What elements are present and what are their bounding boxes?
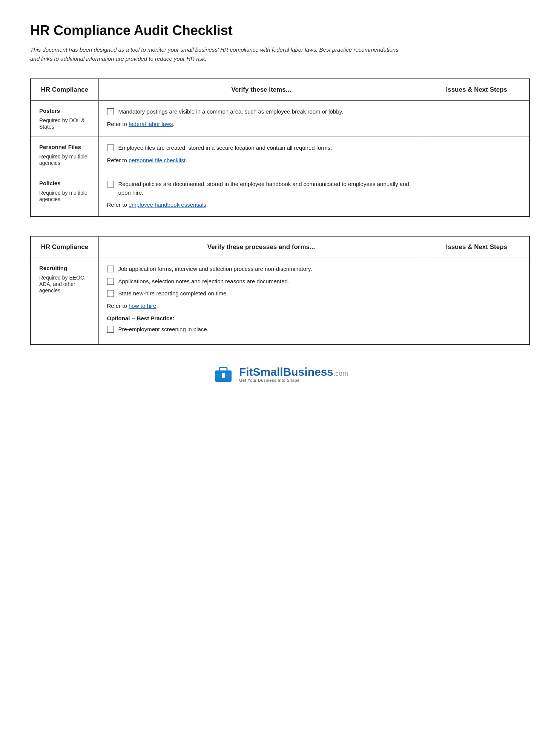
- refer-link-t2-0[interactable]: how to hire: [129, 303, 156, 309]
- table-2-header-row: HR Compliance Verify these processes and…: [31, 236, 529, 258]
- optional-text-t2-0-0: Pre-employment screening in place.: [118, 325, 209, 334]
- verify-text-0-0: Mandatory postings are visible in a comm…: [118, 108, 344, 116]
- table-2-row-0: RecruitingRequired by EEOC, ADA, and oth…: [31, 258, 529, 345]
- svg-rect-1: [219, 367, 227, 371]
- refer-link-2[interactable]: employee handbook essentials: [129, 201, 206, 208]
- page-title: HR Compliance Audit Checklist: [30, 23, 530, 38]
- verify-item-0-0: Mandatory postings are visible in a comm…: [107, 108, 416, 116]
- optional-label-t2-0: Optional -- Best Practice:: [107, 315, 416, 321]
- verify-cell-t2-0: Job application forms, interview and sel…: [98, 258, 424, 345]
- refer-text-t2-0: Refer to how to hire.: [107, 303, 416, 309]
- optional-item-t2-0-0: Pre-employment screening in place.: [107, 325, 416, 334]
- checkbox-0-0[interactable]: [107, 108, 114, 115]
- checkbox-t2-0-2[interactable]: [107, 290, 114, 297]
- refer-text-1: Refer to personnel file checklist.: [107, 157, 416, 163]
- compliance-title-1: Personnel Files: [39, 144, 90, 150]
- checkbox-t2-0-1[interactable]: [107, 278, 114, 285]
- compliance-cell-2: PoliciesRequired by multiple agencies: [31, 173, 98, 217]
- logo-text-wrapper: FitSmallBusiness.com Get Your Business I…: [239, 366, 348, 383]
- logo-tagline: Get Your Business Into Shape: [239, 378, 348, 383]
- intro-text: This document has been designed as a too…: [30, 45, 407, 63]
- table-2-col1-header: HR Compliance: [31, 236, 98, 258]
- verify-cell-1: Employee files are created, stored in a …: [98, 137, 424, 173]
- table-1-col3-header: Issues & Next Steps: [424, 79, 529, 101]
- checkbox-1-0[interactable]: [107, 144, 114, 151]
- verify-item-t2-0-1: Applications, selection notes and reject…: [107, 277, 416, 286]
- compliance-cell-0: PostersRequired by DOL & States: [31, 101, 98, 137]
- compliance-title-0: Posters: [39, 108, 90, 114]
- compliance-title-t2-0: Recruiting: [39, 265, 90, 271]
- issues-cell-1: [424, 137, 529, 173]
- compliance-sub-0: Required by DOL & States: [39, 117, 85, 130]
- verify-cell-0: Mandatory postings are visible in a comm…: [98, 101, 424, 137]
- verify-text-t2-0-0: Job application forms, interview and sel…: [118, 265, 312, 274]
- verify-item-2-0: Required policies are documented, stored…: [107, 180, 416, 197]
- verify-text-t2-0-1: Applications, selection notes and reject…: [118, 277, 290, 286]
- compliance-sub-2: Required by multiple agencies: [39, 190, 87, 202]
- table-2: HR Compliance Verify these processes and…: [30, 236, 530, 345]
- compliance-title-2: Policies: [39, 180, 90, 186]
- table-1-row-2: PoliciesRequired by multiple agenciesReq…: [31, 173, 529, 217]
- optional-checkbox-t2-0-0[interactable]: [107, 326, 114, 333]
- verify-item-t2-0-0: Job application forms, interview and sel…: [107, 265, 416, 274]
- footer-logo: FitSmallBusiness.com Get Your Business I…: [212, 364, 348, 384]
- refer-link-0[interactable]: federal labor laws: [129, 121, 173, 127]
- table-1-row-1: Personnel FilesRequired by multiple agen…: [31, 137, 529, 173]
- verify-text-1-0: Employee files are created, stored in a …: [118, 144, 332, 152]
- table-1: HR Compliance Verify these items... Issu…: [30, 78, 530, 217]
- verify-text-t2-0-2: State new-hire reporting completed on ti…: [118, 289, 228, 298]
- footer: FitSmallBusiness.com Get Your Business I…: [30, 364, 530, 400]
- checkbox-2-0[interactable]: [107, 181, 114, 187]
- issues-cell-2: [424, 173, 529, 217]
- issues-cell-0: [424, 101, 529, 137]
- table-1-header-row: HR Compliance Verify these items... Issu…: [31, 79, 529, 101]
- table-1-col1-header: HR Compliance: [31, 79, 98, 101]
- verify-cell-2: Required policies are documented, stored…: [98, 173, 424, 217]
- refer-text-2: Refer to employee handbook essentials.: [107, 201, 416, 208]
- issues-cell-t2-0: [424, 258, 529, 345]
- verify-item-t2-0-2: State new-hire reporting completed on ti…: [107, 289, 416, 298]
- compliance-cell-1: Personnel FilesRequired by multiple agen…: [31, 137, 98, 173]
- compliance-sub-t2-0: Required by EEOC, ADA, and other agencie…: [39, 275, 86, 294]
- svg-rect-3: [222, 373, 225, 378]
- table-1-row-0: PostersRequired by DOL & StatesMandatory…: [31, 101, 529, 137]
- table-2-col2-header: Verify these processes and forms...: [98, 236, 424, 258]
- compliance-sub-1: Required by multiple agencies: [39, 154, 87, 166]
- briefcase-icon: [212, 364, 235, 384]
- table-2-col3-header: Issues & Next Steps: [424, 236, 529, 258]
- checkbox-t2-0-0[interactable]: [107, 266, 114, 272]
- compliance-cell-t2-0: RecruitingRequired by EEOC, ADA, and oth…: [31, 258, 98, 345]
- verify-item-1-0: Employee files are created, stored in a …: [107, 144, 416, 152]
- logo-brand: FitSmallBusiness.com: [239, 366, 348, 378]
- refer-text-0: Refer to federal labor laws.: [107, 121, 416, 127]
- table-1-col2-header: Verify these items...: [98, 79, 424, 101]
- verify-text-2-0: Required policies are documented, stored…: [118, 180, 416, 197]
- refer-link-1[interactable]: personnel file checklist: [129, 157, 186, 163]
